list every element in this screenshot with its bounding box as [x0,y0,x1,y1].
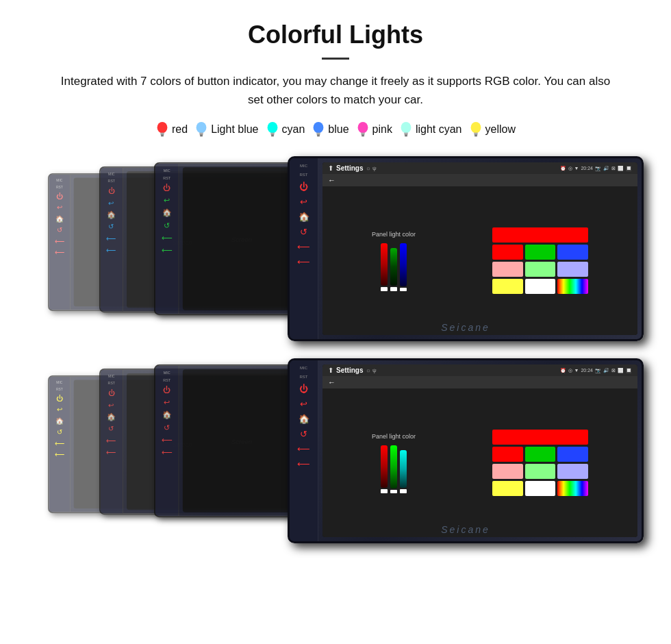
page: Colorful Lights Integrated with 7 colors… [0,0,671,644]
svg-rect-10 [270,134,274,136]
svg-point-20 [401,122,412,134]
bottom-device-row: MIC RST ⏻ ↩ 🏠 ↺ ⟵ ⟵ Screen [41,355,644,560]
svg-rect-14 [317,134,320,136]
main-device-top: MIC RST ⏻ ↩ 🏠 ↺ ⟵ ⟵ ⬆ [288,156,644,341]
svg-rect-9 [270,133,275,134]
svg-point-16 [357,122,368,134]
svg-point-8 [267,122,277,134]
svg-rect-17 [361,133,365,134]
color-item-cyan: cyan [266,121,305,138]
red-bulb-icon [155,121,169,138]
svg-rect-2 [161,134,164,136]
svg-rect-25 [474,133,478,134]
color-list: red Light blue cyan [155,121,516,138]
svg-rect-27 [474,136,477,137]
blue-bulb-icon [312,121,325,138]
svg-rect-22 [405,134,408,136]
color-item-yellow: yellow [469,121,516,138]
svg-rect-23 [405,136,407,137]
svg-rect-26 [474,134,477,136]
watermark-top: Seicane [441,322,490,333]
svg-rect-21 [404,133,408,134]
title-divider [322,58,349,60]
lightblue-bulb-icon [194,121,208,138]
svg-rect-13 [317,133,321,134]
watermark-bottom: Seicane [441,524,490,535]
color-item-blue: blue [312,121,349,138]
top-device-row: MIC RST ⏻ ↩ 🏠 ↺ ⟵ ⟵ Screen [41,153,644,348]
color-item-lightblue: Light blue [194,121,258,138]
color-label-yellow: yellow [485,123,516,136]
color-label-red: red [172,123,188,136]
color-label-pink: pink [372,123,392,136]
svg-point-24 [470,122,481,134]
pink-bulb-icon [356,121,370,138]
color-label-cyan: cyan [282,123,305,136]
svg-rect-5 [199,133,203,134]
svg-point-0 [157,122,168,134]
color-item-lightcyan: light cyan [399,121,462,138]
page-title: Colorful Lights [248,21,423,49]
cyan-bulb-icon [266,121,279,138]
main-device-bottom: MIC RST ⏻ ↩ 🏠 ↺ ⟵ ⟵ ⬆ [288,358,644,543]
devices-section: MIC RST ⏻ ↩ 🏠 ↺ ⟵ ⟵ Screen [41,153,630,560]
svg-rect-7 [200,136,203,137]
lightcyan-bulb-icon [399,121,413,138]
svg-rect-11 [271,136,274,137]
color-item-red: red [155,121,188,138]
description-text: Integrated with 7 colors of button indic… [55,72,616,109]
color-label-lightcyan: light cyan [416,123,462,136]
color-item-pink: pink [356,121,392,138]
svg-rect-1 [160,133,164,134]
svg-rect-15 [317,136,320,137]
svg-rect-6 [200,134,203,136]
svg-rect-18 [361,134,364,136]
svg-point-12 [314,122,324,134]
svg-rect-3 [161,136,164,137]
yellow-bulb-icon [469,121,483,138]
color-label-lightblue: Light blue [211,123,258,136]
svg-rect-19 [362,136,364,137]
svg-point-4 [197,122,207,134]
color-label-blue: blue [328,123,349,136]
